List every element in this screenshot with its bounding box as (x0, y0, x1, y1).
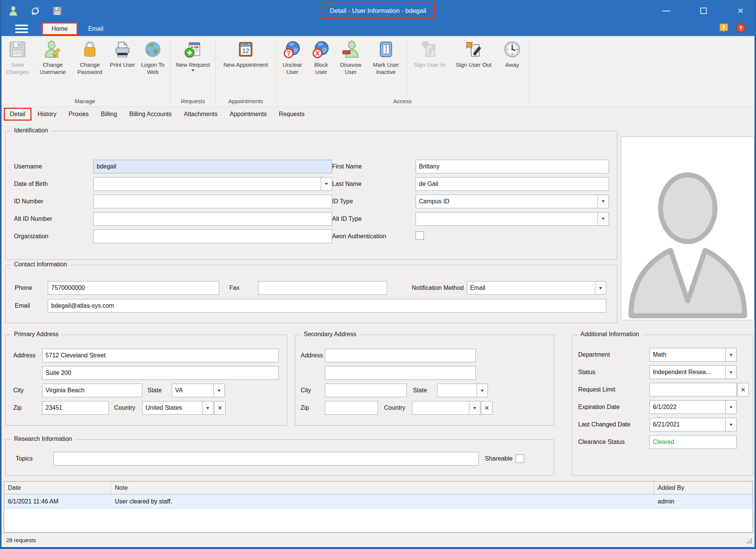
resize-grip[interactable] (747, 538, 752, 545)
save-changes-button[interactable]: Save Changes (1, 37, 34, 76)
username-field[interactable] (93, 160, 332, 173)
mark-user-inactive-button[interactable]: Mark User Inactive (367, 37, 405, 76)
request-limit-field[interactable] (649, 383, 737, 396)
last-name-field[interactable] (416, 177, 609, 191)
secondary-state-field[interactable] (437, 384, 477, 397)
chevron-down-icon[interactable] (725, 418, 737, 431)
secondary-state-combo[interactable] (437, 384, 488, 397)
change-username-button[interactable]: Change Username (34, 37, 71, 76)
user-icon[interactable] (8, 6, 18, 16)
chevron-down-icon[interactable] (202, 401, 213, 415)
chevron-down-icon[interactable] (725, 365, 737, 379)
column-header-date[interactable]: Date (4, 481, 111, 494)
chevron-down-icon[interactable] (598, 212, 609, 226)
primary-address-line2-field[interactable] (42, 366, 279, 380)
sign-user-in-button[interactable]: Sign User In (409, 37, 450, 68)
last-changed-date-field[interactable] (649, 418, 725, 431)
chevron-down-icon[interactable] (477, 384, 488, 397)
sign-user-out-button[interactable]: Sign User Out (450, 37, 497, 68)
tab-detail[interactable]: Detail (4, 108, 31, 121)
tab-history[interactable]: History (31, 108, 63, 121)
menu-icon[interactable] (15, 25, 28, 33)
secondary-address-line2-field[interactable] (325, 366, 476, 380)
notification-method-field[interactable] (467, 281, 595, 295)
chevron-down-icon[interactable] (725, 348, 737, 362)
alt-id-type-combo[interactable] (416, 212, 609, 226)
expiration-date-combo[interactable] (649, 400, 737, 414)
table-row[interactable]: 6/1/2021 11:46 AM User cleared by staff.… (4, 494, 753, 509)
tab-attachments[interactable]: Attachments (178, 108, 224, 121)
secondary-city-field[interactable] (325, 384, 407, 397)
alt-id-number-field[interactable] (93, 212, 332, 226)
maximize-button[interactable] (698, 6, 708, 16)
chevron-down-icon[interactable] (213, 384, 225, 397)
tab-billing-accounts[interactable]: Billing Accounts (123, 108, 178, 121)
chevron-down-icon[interactable] (469, 401, 480, 415)
primary-country-combo[interactable] (142, 401, 213, 415)
status-field[interactable] (649, 365, 725, 379)
date-of-birth-combo[interactable] (93, 177, 332, 191)
topics-field[interactable] (53, 452, 479, 466)
logon-to-web-button[interactable]: Logon To Web (136, 37, 169, 76)
column-header-added-by[interactable]: Added By (654, 481, 753, 494)
disavow-user-button[interactable]: Disavow User (335, 37, 367, 76)
new-appointment-button[interactable]: 12 New Appointment (217, 37, 274, 68)
first-name-field[interactable] (416, 160, 609, 173)
tab-proxies[interactable]: Proxies (63, 108, 95, 121)
print-user-button[interactable]: Print User (108, 37, 136, 68)
new-request-button[interactable]: New Request (172, 37, 214, 73)
primary-state-combo[interactable] (172, 384, 225, 397)
additional-info-legend: Additional Information (577, 331, 642, 338)
primary-country-field[interactable] (142, 401, 202, 415)
primary-state-field[interactable] (172, 384, 213, 397)
email-label: Email (15, 302, 48, 309)
help-icon[interactable]: ? (736, 23, 746, 35)
away-button[interactable]: Away (497, 37, 528, 68)
save-icon[interactable] (52, 6, 62, 16)
department-field[interactable] (649, 348, 725, 362)
ribbon-tab-email[interactable]: Email (78, 22, 113, 35)
aeon-authentication-checkbox[interactable] (416, 231, 424, 240)
column-header-note[interactable]: Note (111, 481, 654, 494)
expiration-date-field[interactable] (649, 400, 725, 414)
phone-field[interactable] (48, 281, 219, 295)
notification-method-combo[interactable] (467, 281, 606, 295)
block-user-button[interactable]: X Block User (307, 37, 335, 76)
pin-icon[interactable] (719, 23, 729, 35)
tab-billing[interactable]: Billing (95, 108, 123, 121)
fax-field[interactable] (258, 281, 387, 295)
chevron-down-icon[interactable] (725, 400, 737, 414)
chevron-down-icon[interactable] (321, 177, 332, 191)
department-combo[interactable] (649, 348, 737, 362)
unclear-user-button[interactable]: ? Unclear User (277, 37, 307, 76)
id-type-field[interactable] (416, 195, 598, 208)
date-of-birth-field[interactable] (93, 177, 321, 191)
close-button[interactable]: ✕ (736, 6, 745, 16)
primary-address-line1-field[interactable] (42, 349, 279, 362)
chevron-down-icon[interactable] (598, 195, 609, 208)
tab-requests[interactable]: Requests (273, 108, 311, 121)
clear-request-limit-button[interactable]: ✕ (737, 383, 749, 396)
tab-appointments[interactable]: Appointments (224, 108, 273, 121)
secondary-country-field[interactable] (412, 401, 469, 415)
organization-field[interactable] (93, 230, 332, 243)
shareable-checkbox[interactable] (516, 455, 524, 463)
secondary-country-combo[interactable] (412, 401, 480, 415)
secondary-address-line1-field[interactable] (325, 349, 476, 362)
status-combo[interactable] (649, 365, 737, 379)
id-number-field[interactable] (93, 195, 332, 208)
minimize-button[interactable] (661, 6, 671, 16)
ribbon-tab-home[interactable]: Home (42, 22, 78, 35)
secondary-zip-field[interactable] (325, 401, 378, 415)
chevron-down-icon[interactable] (595, 281, 606, 295)
last-changed-date-combo[interactable] (649, 418, 737, 431)
primary-city-field[interactable] (42, 384, 142, 397)
switch-user-icon[interactable] (30, 5, 41, 17)
change-password-button[interactable]: Change Password (71, 37, 108, 76)
primary-zip-field[interactable] (42, 401, 109, 415)
id-type-combo[interactable] (416, 195, 609, 208)
email-field[interactable] (48, 299, 606, 313)
clear-country-button[interactable]: ✕ (481, 401, 492, 415)
clear-country-button[interactable]: ✕ (214, 401, 226, 415)
alt-id-type-field[interactable] (416, 212, 598, 226)
